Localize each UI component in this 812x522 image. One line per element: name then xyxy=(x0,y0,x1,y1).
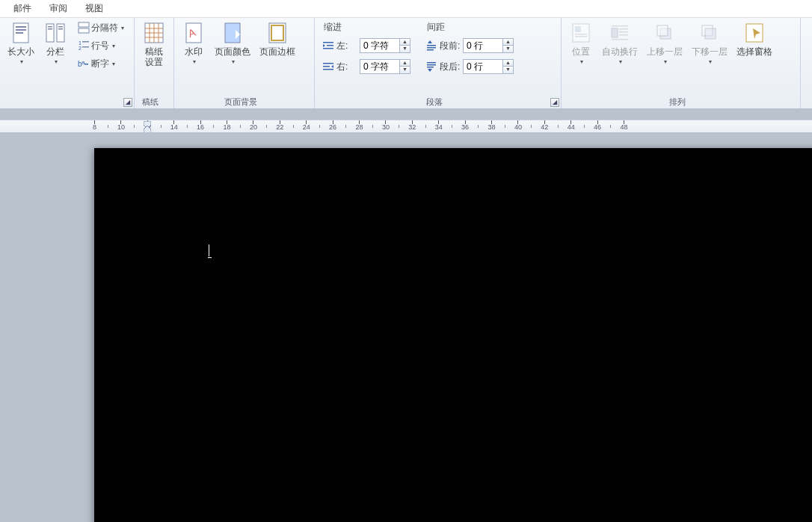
ruler-tick-minor xyxy=(558,125,559,128)
svg-rect-14 xyxy=(82,41,89,43)
wrap-text-button[interactable]: 自动换行 ▾ xyxy=(597,19,642,98)
selection-pane-icon xyxy=(742,21,766,45)
menu-review[interactable]: 审阅 xyxy=(40,1,76,16)
spin-down[interactable]: ▼ xyxy=(399,67,410,73)
document-page[interactable] xyxy=(94,148,812,522)
indent-left-input[interactable] xyxy=(360,39,399,52)
spin-down[interactable]: ▼ xyxy=(502,46,513,52)
line-numbers-button[interactable]: 12 行号▾ xyxy=(75,37,127,54)
page-borders-icon xyxy=(265,21,289,45)
chevron-down-icon: ▾ xyxy=(112,61,115,67)
svg-rect-31 xyxy=(323,42,333,43)
columns-icon xyxy=(43,21,67,45)
spacing-after-label: 段后: xyxy=(440,61,461,73)
group-page-setup: 长大小 ▾ 分栏 ▾ 分隔符▾ 12 行号▾ bª 断字▾ xyxy=(0,18,135,108)
paragraph-launcher[interactable]: ◢ xyxy=(550,98,559,107)
svg-rect-48 xyxy=(575,26,581,32)
group-page-setup-label xyxy=(0,99,126,108)
ruler-tick: 12 xyxy=(147,120,148,132)
ribbon: 长大小 ▾ 分栏 ▾ 分隔符▾ 12 行号▾ bª 断字▾ xyxy=(0,18,812,109)
send-backward-icon xyxy=(698,21,722,45)
ruler-tick-minor xyxy=(240,125,241,128)
breaks-button[interactable]: 分隔符▾ xyxy=(75,19,127,36)
spin-up[interactable]: ▲ xyxy=(399,39,410,46)
menu-mail[interactable]: 邮件 xyxy=(4,1,40,16)
svg-rect-49 xyxy=(575,34,587,35)
indent-right-label: 右: xyxy=(336,61,357,73)
svg-rect-55 xyxy=(619,34,628,36)
page-borders-button[interactable]: 页面边框 xyxy=(255,19,300,98)
watermark-label: 水印 xyxy=(185,46,203,57)
indent-right-icon xyxy=(322,61,334,73)
spin-up[interactable]: ▲ xyxy=(502,60,513,67)
watermark-button[interactable]: A 水印 ▾ xyxy=(177,19,210,98)
spin-up[interactable]: ▲ xyxy=(502,39,513,46)
columns-button[interactable]: 分栏 ▾ xyxy=(39,19,72,98)
ruler-tick: 42 xyxy=(544,120,545,132)
send-backward-button[interactable]: 下移一层 ▾ xyxy=(687,19,732,98)
menu-view[interactable]: 视图 xyxy=(76,1,112,16)
svg-rect-17 xyxy=(84,64,88,65)
svg-rect-35 xyxy=(323,63,333,64)
svg-rect-41 xyxy=(427,47,436,49)
wrap-icon xyxy=(608,21,632,45)
manuscript-paper-icon xyxy=(142,21,166,45)
chevron-down-icon: ▾ xyxy=(664,57,667,67)
page-color-label: 页面颜色 xyxy=(215,46,250,57)
svg-rect-54 xyxy=(619,31,628,33)
selection-pane-button[interactable]: 选择窗格 xyxy=(732,19,777,98)
ruler-tick-minor xyxy=(531,125,532,128)
svg-text:1: 1 xyxy=(79,40,81,46)
spacing-after-input[interactable] xyxy=(464,60,502,73)
indent-left-spinbox[interactable]: ▲▼ xyxy=(360,38,410,53)
ruler-tick: 44 xyxy=(570,120,571,132)
svg-marker-38 xyxy=(331,65,333,68)
spin-up[interactable]: ▲ xyxy=(399,60,410,67)
spin-down[interactable]: ▼ xyxy=(502,67,513,73)
spacing-before-spinbox[interactable]: ▲▼ xyxy=(463,38,514,53)
page-color-button[interactable]: 页面颜色 ▾ xyxy=(210,19,255,98)
svg-rect-37 xyxy=(323,69,333,70)
spin-down[interactable]: ▼ xyxy=(399,46,410,52)
ruler-tick-minor xyxy=(610,125,611,128)
svg-rect-11 xyxy=(79,28,89,33)
svg-rect-9 xyxy=(58,28,63,30)
ruler-tick: 20 xyxy=(253,120,253,132)
ruler-tick-minor xyxy=(266,125,267,128)
svg-rect-33 xyxy=(323,48,333,49)
svg-rect-7 xyxy=(48,28,52,30)
spacing-after-spinbox[interactable]: ▲▼ xyxy=(463,59,514,74)
ruler-tick-minor xyxy=(134,125,135,128)
svg-rect-60 xyxy=(705,28,716,39)
hyphenation-icon: bª xyxy=(78,58,90,70)
position-button[interactable]: 位置 ▾ xyxy=(565,19,597,98)
ruler-tick-minor xyxy=(161,125,162,128)
svg-marker-39 xyxy=(428,40,432,43)
bring-forward-button[interactable]: 上移一层 ▾ xyxy=(642,19,687,98)
hyphenation-button[interactable]: bª 断字▾ xyxy=(75,55,127,72)
page-size-icon xyxy=(9,21,33,45)
manuscript-paper-button[interactable]: 稿纸 设置 xyxy=(138,19,170,98)
spacing-before-input[interactable] xyxy=(464,39,502,52)
spacing-before-icon xyxy=(425,40,437,52)
line-numbers-icon: 12 xyxy=(78,40,90,52)
chevron-down-icon: ▾ xyxy=(709,57,712,67)
ruler-tick-minor xyxy=(187,125,188,128)
indent-right-spinbox[interactable]: ▲▼ xyxy=(360,59,410,74)
ruler-tick: 38 xyxy=(491,120,492,132)
svg-rect-32 xyxy=(327,45,333,46)
svg-rect-56 xyxy=(612,39,628,40)
ruler-tick-minor xyxy=(584,125,585,128)
indent-right-input[interactable] xyxy=(360,60,399,73)
svg-rect-45 xyxy=(427,67,434,68)
page-size-button[interactable]: 长大小 ▾ xyxy=(3,19,39,98)
group-manuscript-paper-label: 稿纸 xyxy=(135,96,166,108)
bring-forward-label: 上移一层 xyxy=(647,46,683,57)
horizontal-ruler[interactable]: 8101214161820222426283032343638404244464… xyxy=(0,120,812,133)
page-setup-launcher[interactable]: ◢ xyxy=(123,98,132,107)
ruler-tick-minor xyxy=(452,125,452,128)
position-label: 位置 xyxy=(572,46,590,57)
svg-rect-10 xyxy=(79,22,89,27)
menu-bar: 邮件 审阅 视图 xyxy=(0,0,812,18)
svg-rect-1 xyxy=(16,26,26,28)
